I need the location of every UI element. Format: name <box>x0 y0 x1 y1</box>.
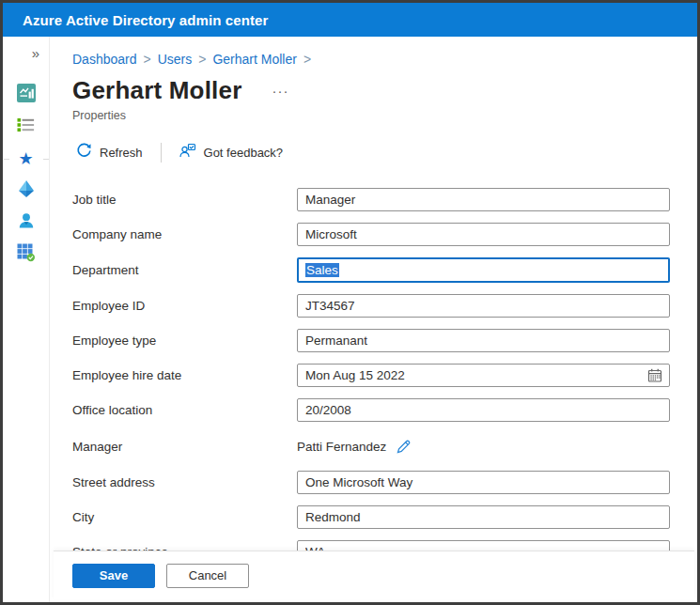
field-label: Employee type <box>72 334 297 348</box>
breadcrumb-dashboard[interactable]: Dashboard <box>72 52 137 67</box>
office-location-input[interactable] <box>297 398 670 422</box>
refresh-label: Refresh <box>100 146 143 160</box>
field-label: Manager <box>72 440 297 454</box>
field-label: Employee ID <box>72 299 297 313</box>
save-button[interactable]: Save <box>72 564 155 588</box>
feedback-label: Got feedback? <box>204 146 284 160</box>
breadcrumb-current-user[interactable]: Gerhart Moller <box>212 52 296 67</box>
form-row-office-location: Office location <box>72 398 670 422</box>
form-row-street-address: Street address <box>72 471 670 494</box>
job-title-input[interactable] <box>297 188 670 211</box>
edit-manager-pencil-icon[interactable] <box>396 438 412 455</box>
azure-active-directory-icon <box>17 179 36 202</box>
department-input[interactable]: Sales <box>297 257 670 283</box>
app-window: Azure Active Directory admin center » <box>0 0 700 605</box>
sidebar-item-all-services[interactable] <box>3 111 50 143</box>
employee-id-input[interactable] <box>297 294 670 318</box>
form-row-employee-hire-date: Employee hire date Mon Aug 15 2022 <box>72 364 670 387</box>
main-content: Dashboard>Users>Gerhart Moller> Gerhart … <box>50 37 697 602</box>
field-label: Office location <box>72 403 297 417</box>
users-person-icon <box>17 211 36 234</box>
breadcrumb-separator: > <box>198 52 206 67</box>
hire-date-value: Mon Aug 15 2022 <box>305 368 405 382</box>
field-label: Employee hire date <box>72 368 297 382</box>
form-row-employee-type: Employee type <box>72 329 670 352</box>
feedback-person-icon <box>179 143 196 162</box>
got-feedback-button[interactable]: Got feedback? <box>176 141 288 163</box>
refresh-button[interactable]: Refresh <box>72 141 147 163</box>
sidebar-expand-chevrons-icon[interactable]: » <box>32 42 49 62</box>
employee-hire-date-input[interactable]: Mon Aug 15 2022 <box>297 364 670 387</box>
company-name-input[interactable] <box>297 223 670 246</box>
top-bar: Azure Active Directory admin center <box>3 3 697 37</box>
form-row-department: Department Sales <box>72 257 670 283</box>
form-row-job-title: Job title <box>72 188 670 211</box>
refresh-icon <box>76 143 92 162</box>
dashboard-icon <box>17 84 36 106</box>
more-options-ellipsis-icon[interactable]: ··· <box>272 83 289 99</box>
breadcrumb-separator: > <box>303 52 311 67</box>
sidebar: » <box>3 37 50 602</box>
employee-type-input[interactable] <box>297 329 670 352</box>
form-row-city: City <box>72 505 670 529</box>
sidebar-item-dashboard[interactable] <box>3 79 50 111</box>
favorites-star-icon: ★ <box>18 150 33 167</box>
sidebar-item-azure-active-directory[interactable] <box>3 175 50 207</box>
form-row-manager: Manager Patti Fernandez <box>72 433 670 459</box>
field-label: Street address <box>72 475 297 489</box>
selected-text: Sales <box>305 263 339 277</box>
command-bar: Refresh Got feedback? <box>72 140 670 164</box>
cancel-button[interactable]: Cancel <box>166 564 249 588</box>
sidebar-item-enterprise-applications[interactable] <box>3 239 50 271</box>
form-row-employee-id: Employee ID <box>72 294 670 318</box>
breadcrumb-users[interactable]: Users <box>158 52 193 67</box>
all-services-list-icon <box>17 117 35 136</box>
toolbar-divider <box>161 143 162 163</box>
field-label: Job title <box>72 193 297 207</box>
enterprise-applications-grid-icon <box>17 243 36 266</box>
sidebar-item-favorites[interactable]: ★ <box>3 143 50 175</box>
street-address-input[interactable] <box>297 471 670 494</box>
field-label: Department <box>72 263 297 277</box>
form-row-company-name: Company name <box>72 223 670 246</box>
calendar-icon[interactable] <box>647 368 662 386</box>
manager-value: Patti Fernandez <box>297 440 386 454</box>
city-input[interactable] <box>297 505 670 529</box>
app-title: Azure Active Directory admin center <box>23 12 268 28</box>
page-subtitle: Properties <box>72 109 670 122</box>
breadcrumb-separator: > <box>144 52 151 67</box>
page-title: Gerhart Moller <box>72 76 242 105</box>
field-label: City <box>72 510 297 524</box>
breadcrumb: Dashboard>Users>Gerhart Moller> <box>72 52 670 67</box>
properties-form: Job title Company name Department Sales <box>72 188 670 564</box>
footer-action-bar: Save Cancel <box>54 551 694 599</box>
field-label: Company name <box>72 227 297 241</box>
sidebar-item-users[interactable] <box>3 207 50 239</box>
